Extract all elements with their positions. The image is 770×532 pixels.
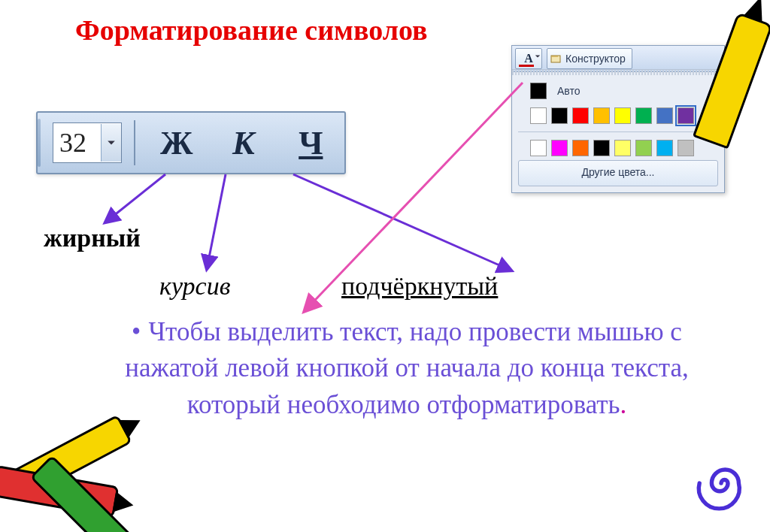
toolbar-separator (134, 120, 135, 165)
color-swatch[interactable] (635, 140, 652, 156)
color-swatch[interactable] (551, 140, 568, 156)
instruction-paragraph: •Чтобы выделить текст, надо провести мыш… (89, 314, 725, 423)
font-size-value: 32 (53, 127, 101, 159)
svg-line-1 (105, 174, 165, 222)
color-swatch[interactable] (593, 140, 610, 156)
bold-button[interactable]: Ж (143, 124, 210, 162)
instruction-period: . (620, 390, 627, 419)
instruction-text: Чтобы выделить текст, надо провести мышь… (125, 317, 689, 419)
more-colors-button[interactable]: Другие цвета... (518, 160, 718, 186)
color-swatch[interactable] (656, 140, 673, 156)
color-swatch[interactable] (530, 140, 547, 156)
underline-button[interactable]: Ч (277, 124, 344, 162)
slide-title: Форматирование символов (75, 14, 428, 47)
color-swatch[interactable] (656, 107, 673, 124)
constructor-button[interactable]: Конструктор (547, 48, 632, 69)
color-swatch[interactable] (572, 140, 589, 156)
color-swatch[interactable] (572, 107, 589, 124)
font-size-combo[interactable]: 32 (53, 122, 122, 163)
color-swatch[interactable] (551, 107, 568, 124)
label-italic: курсив (159, 272, 230, 301)
label-bold: жирный (44, 224, 141, 252)
svg-line-2 (207, 174, 226, 269)
color-swatch[interactable] (614, 140, 631, 156)
font-color-button[interactable]: А (515, 48, 542, 69)
decor-crayons-bottom-left (0, 389, 173, 532)
color-swatch[interactable] (593, 107, 610, 124)
svg-line-3 (293, 174, 511, 271)
color-swatch[interactable] (530, 107, 547, 124)
color-swatch[interactable] (635, 107, 652, 124)
auto-color-label: Авто (557, 85, 581, 97)
chevron-down-icon (535, 53, 541, 59)
italic-button[interactable]: К (210, 124, 277, 162)
color-swatch[interactable] (614, 107, 631, 124)
toolbar-grip[interactable] (38, 119, 41, 167)
constructor-label: Конструктор (565, 53, 626, 65)
constructor-icon (550, 53, 562, 65)
font-size-dropdown-icon[interactable] (101, 124, 121, 162)
bullet-icon: • (132, 317, 141, 346)
formatting-toolbar: 32 Ж К Ч (36, 111, 346, 174)
auto-color-swatch (530, 83, 547, 99)
font-color-glyph: А (524, 52, 533, 65)
label-underline: подчёркнутый (341, 272, 498, 301)
decor-spiral-icon (687, 449, 755, 517)
